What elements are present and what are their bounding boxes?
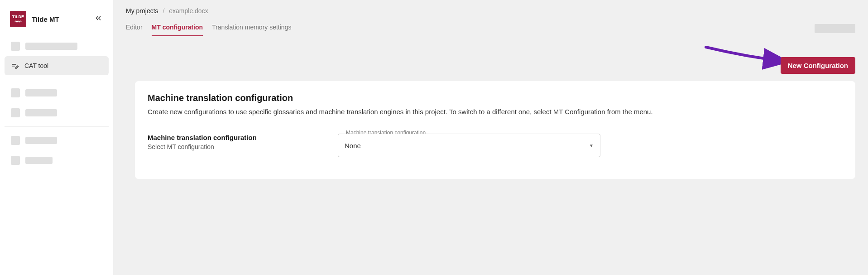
sidebar-item-placeholder[interactable] (5, 150, 109, 170)
tab-editor[interactable]: Editor (126, 21, 143, 36)
breadcrumb-leaf: example.docx (169, 7, 208, 14)
skeleton-icon (11, 108, 20, 117)
main-content: My projects / example.docx Editor MT con… (113, 0, 868, 275)
chevron-down-icon: ▼ (589, 143, 594, 148)
card-description: Create new configurations to use specifi… (148, 108, 843, 116)
sidebar-item-label: CAT tool (24, 62, 48, 69)
select-wrap: Machine translation configuration None ▼ (338, 134, 600, 157)
skeleton-icon (11, 88, 20, 97)
tabs-row: Editor MT configuration Translation memo… (126, 21, 855, 36)
config-field-subtitle: Select MT configuration (148, 143, 320, 150)
tab-tm-settings[interactable]: Translation memory settings (212, 21, 291, 36)
config-label-block: Machine translation configuration Select… (148, 134, 320, 150)
skeleton-icon (11, 136, 20, 145)
skeleton-label (25, 109, 57, 116)
config-field-title: Machine translation configuration (148, 134, 320, 141)
skeleton-icon (11, 42, 20, 51)
skeleton-icon (11, 156, 20, 165)
config-row: Machine translation configuration Select… (148, 134, 843, 157)
sidebar-item-placeholder[interactable] (5, 130, 109, 150)
brand[interactable]: TILDE 〰 Tilde MT (10, 11, 59, 27)
new-configuration-button[interactable]: New Configuration (781, 57, 855, 74)
collapse-sidebar-button[interactable] (91, 11, 105, 27)
action-row: New Configuration (126, 57, 855, 74)
sidebar-item-placeholder[interactable] (5, 103, 109, 123)
sidebar-nav-group-2 (0, 83, 113, 123)
skeleton-label (25, 89, 57, 96)
sidebar-item-cat-tool[interactable]: CAT tool (5, 56, 109, 75)
sidebar-nav-group-3 (0, 130, 113, 170)
breadcrumb: My projects / example.docx (126, 5, 855, 21)
header-placeholder (815, 24, 855, 33)
logo-wave-icon: 〰 (15, 19, 21, 24)
skeleton-label (25, 137, 57, 144)
sidebar: TILDE 〰 Tilde MT CAT tool (0, 0, 113, 275)
skeleton-label (25, 43, 77, 50)
select-value: None (345, 142, 361, 150)
config-card: Machine translation configuration Create… (135, 81, 855, 179)
breadcrumb-separator: / (163, 7, 164, 14)
sidebar-item-placeholder[interactable] (5, 36, 109, 56)
sidebar-divider (5, 126, 109, 127)
tab-mt-configuration[interactable]: MT configuration (152, 21, 203, 36)
brand-name: Tilde MT (32, 15, 59, 23)
chevron-double-left-icon (94, 14, 102, 22)
skeleton-label (25, 157, 53, 164)
mt-config-select[interactable]: None ▼ (338, 134, 600, 157)
sidebar-nav: CAT tool (0, 36, 113, 75)
card-heading: Machine translation configuration (148, 93, 843, 103)
sidebar-item-placeholder[interactable] (5, 83, 109, 103)
breadcrumb-root[interactable]: My projects (126, 7, 158, 14)
logo-icon: TILDE 〰 (10, 11, 26, 27)
sidebar-header: TILDE 〰 Tilde MT (0, 7, 113, 36)
tabs: Editor MT configuration Translation memo… (126, 21, 291, 36)
cat-tool-icon (11, 62, 19, 70)
sidebar-divider (5, 79, 109, 79)
